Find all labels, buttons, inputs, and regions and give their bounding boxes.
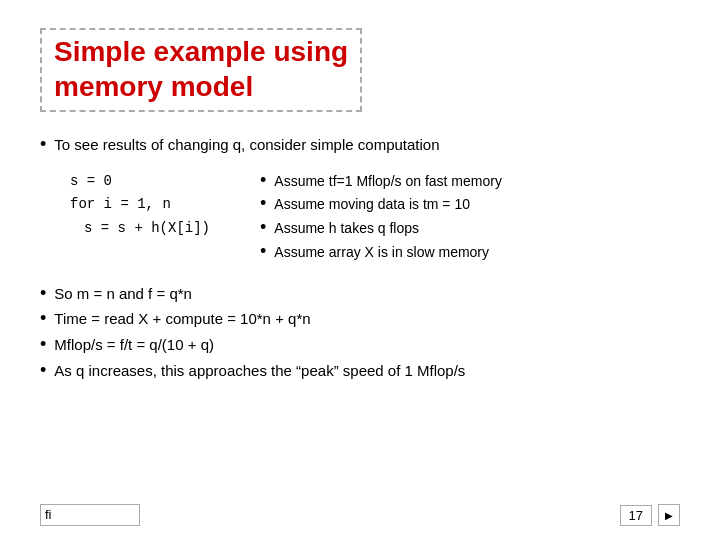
bottom-bullet-1: • Time = read X + compute = 10*n + q*n — [40, 308, 680, 330]
page-number-area: 17 ▶ — [620, 504, 680, 526]
bottom-dot-2: • — [40, 334, 46, 356]
code-line-1: s = 0 — [70, 170, 230, 194]
bottom-dot-0: • — [40, 283, 46, 305]
assume-text-1: Assume moving data is tm = 10 — [274, 193, 470, 217]
assume-dot-2: • — [260, 217, 266, 239]
assume-dot-1: • — [260, 193, 266, 215]
assume-block: • Assume tf=1 Mflop/s on fast memory • A… — [260, 170, 502, 265]
code-line-2: for i = 1, n — [70, 193, 230, 217]
intro-bullet-section: • To see results of changing q, consider… — [40, 134, 680, 156]
bottom-bullet-0: • So m = n and f = q*n — [40, 283, 680, 305]
bottom-dot-1: • — [40, 308, 46, 330]
intro-bullet-item: • To see results of changing q, consider… — [40, 134, 680, 156]
title-line2: memory model — [54, 69, 348, 104]
assume-dot-3: • — [260, 241, 266, 263]
code-block: s = 0 for i = 1, n s = s + h(X[i]) — [70, 170, 230, 265]
code-line-3: s = s + h(X[i]) — [70, 217, 230, 241]
code-assume-section: s = 0 for i = 1, n s = s + h(X[i]) • Ass… — [70, 170, 680, 265]
assume-item-3: • Assume array X is in slow memory — [260, 241, 502, 265]
bottom-text-0: So m = n and f = q*n — [54, 283, 192, 304]
assume-item-0: • Assume tf=1 Mflop/s on fast memory — [260, 170, 502, 194]
assume-dot-0: • — [260, 170, 266, 192]
slide-container: Simple example using memory model • To s… — [0, 0, 720, 540]
page-nav-icon: ▶ — [665, 510, 673, 521]
bottom-text-2: Mflop/s = f/t = q/(10 + q) — [54, 334, 214, 355]
bottom-dot-3: • — [40, 360, 46, 382]
footer-left-box: fi — [40, 504, 140, 526]
assume-text-3: Assume array X is in slow memory — [274, 241, 489, 265]
intro-bullet-text: To see results of changing q, consider s… — [54, 134, 439, 155]
bottom-text-3: As q increases, this approaches the “pea… — [54, 360, 465, 381]
assume-text-2: Assume h takes q flops — [274, 217, 419, 241]
title-box: Simple example using memory model — [40, 28, 362, 112]
bottom-bullets-section: • So m = n and f = q*n • Time = read X +… — [40, 283, 680, 381]
bottom-bullet-3: • As q increases, this approaches the “p… — [40, 360, 680, 382]
bullet-dot-intro: • — [40, 134, 46, 156]
title-line1: Simple example using — [54, 34, 348, 69]
assume-text-0: Assume tf=1 Mflop/s on fast memory — [274, 170, 502, 194]
assume-item-2: • Assume h takes q flops — [260, 217, 502, 241]
page-nav-box[interactable]: ▶ — [658, 504, 680, 526]
assume-item-1: • Assume moving data is tm = 10 — [260, 193, 502, 217]
footer-left-label: fi — [41, 505, 56, 524]
bottom-bullet-2: • Mflop/s = f/t = q/(10 + q) — [40, 334, 680, 356]
page-number: 17 — [629, 508, 643, 523]
bottom-text-1: Time = read X + compute = 10*n + q*n — [54, 308, 310, 329]
page-number-box: 17 — [620, 505, 652, 526]
